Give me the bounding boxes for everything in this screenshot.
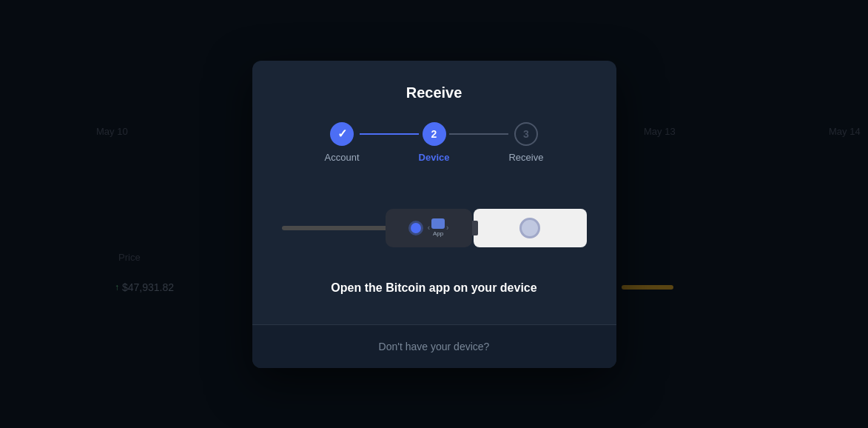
stepper: ✓ Account 2 Device — [282, 122, 587, 163]
step-device-label: Device — [419, 152, 450, 163]
screen-circle-indicator — [519, 218, 540, 238]
step-receive-circle: 3 — [514, 122, 538, 146]
nano-right-arrow-icon: › — [446, 224, 448, 232]
step-account-label: Account — [325, 152, 360, 163]
step-device-number: 2 — [431, 128, 437, 140]
receive-modal: Receive ✓ Account 2 Device — [252, 61, 616, 368]
step-device: 2 Device — [419, 122, 450, 163]
step-account: ✓ Account — [325, 122, 360, 163]
instruction-text: Open the Bitcoin app on your device — [282, 281, 587, 295]
step-account-circle: ✓ — [330, 122, 354, 146]
step-account-checkmark: ✓ — [337, 127, 347, 141]
nano-left-button — [408, 221, 423, 235]
device-cable — [282, 226, 388, 230]
nano-app-symbol — [431, 218, 445, 229]
step-receive: 3 Receive — [508, 122, 543, 163]
step-device-circle: 2 — [423, 122, 446, 146]
nano-left-arrow-icon: ‹ — [428, 224, 430, 232]
modal-title: Receive — [282, 84, 587, 101]
ledger-nano-device: ‹ App › — [386, 209, 472, 247]
device-screen — [474, 209, 587, 247]
step-connector-1 — [360, 133, 419, 135]
nano-usb-connector — [472, 221, 478, 235]
nano-center-area: ‹ App › — [428, 218, 449, 237]
device-illustration: ‹ App › — [282, 198, 587, 258]
modal-main-content: Receive ✓ Account 2 Device — [252, 61, 616, 324]
no-device-link[interactable]: Don't have your device? — [379, 341, 490, 352]
modal-footer: Don't have your device? — [252, 324, 616, 368]
nano-app-label: App — [433, 230, 443, 237]
nano-app-display: App — [431, 218, 445, 237]
step-receive-label: Receive — [508, 152, 543, 163]
step-connector-2 — [449, 133, 508, 135]
step-receive-number: 3 — [523, 128, 529, 140]
modal-overlay: Receive ✓ Account 2 Device — [0, 0, 868, 428]
